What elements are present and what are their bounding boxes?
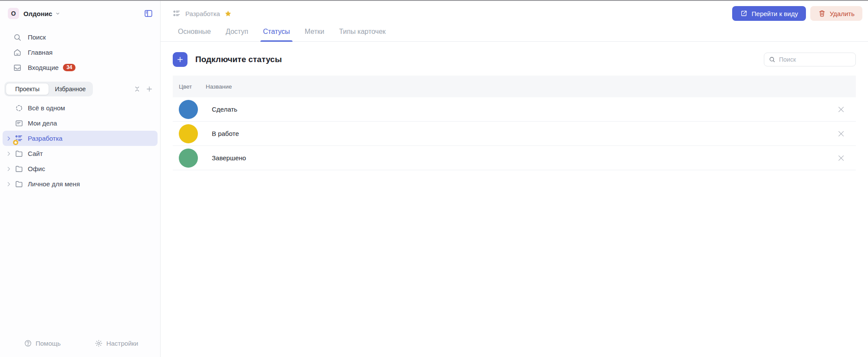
sidebar-item-search[interactable]: Поиск [0, 30, 160, 45]
sidebar-project-личное-для-меня[interactable]: Личное для меня [3, 176, 158, 192]
column-header-name: Название [206, 83, 232, 90]
remove-status-icon[interactable] [837, 154, 845, 162]
status-row: Сделать [173, 97, 856, 122]
delete-button[interactable]: Удалить [810, 6, 862, 21]
sidebar-item-inbox[interactable]: Входящие34 [0, 60, 160, 75]
chevron-right-icon[interactable] [5, 135, 12, 142]
sidebar-nav: ПоискГлавнаяВходящие34 [0, 30, 160, 75]
my-tasks-icon [15, 119, 23, 128]
search-icon [13, 33, 22, 42]
sidebar-item-label: Главная [28, 49, 53, 56]
home-icon [13, 48, 22, 57]
sidebar-item-home[interactable]: Главная [0, 45, 160, 60]
workspace-name[interactable]: Олдонис [23, 10, 52, 17]
project-label: Мои дела [28, 119, 57, 127]
status-row: В работе [173, 122, 856, 146]
project-label: Всё в одном [28, 104, 65, 112]
starred-badge-icon [13, 139, 19, 145]
table-body: СделатьВ работеЗавершено [173, 97, 856, 170]
project-label: Личное для меня [28, 180, 80, 188]
add-status-button[interactable] [173, 52, 187, 67]
folder-icon [15, 180, 23, 188]
inbox-icon [13, 63, 22, 72]
all-in-one-icon [15, 104, 23, 112]
tab-статусы[interactable]: Статусы [263, 28, 290, 41]
column-header-color: Цвет [179, 83, 206, 90]
tab-favorites[interactable]: Избранное [49, 83, 92, 95]
status-name: В работе [212, 130, 239, 137]
tab-projects[interactable]: Проекты [6, 83, 49, 95]
tab-типы-карточек[interactable]: Типы карточек [339, 28, 385, 41]
status-color-dot[interactable] [179, 124, 198, 143]
status-color-cell [179, 124, 206, 143]
favorite-star-icon[interactable] [224, 10, 232, 17]
chevron-down-icon[interactable] [55, 10, 61, 17]
unread-count-badge: 34 [63, 64, 76, 71]
status-name: Завершено [212, 154, 246, 162]
footer-label: Настройки [106, 340, 138, 347]
main-header: Разработка Перейти к виду Удалить [161, 1, 868, 21]
status-search [764, 53, 856, 66]
sidebar-item-label: Входящие [28, 64, 59, 71]
table-header: Цвет Название [173, 76, 856, 97]
chevron-right-icon[interactable] [5, 181, 12, 188]
footer-label: Помощь [36, 340, 61, 347]
goto-view-label: Перейти к виду [752, 10, 798, 17]
sidebar-project-мои-дела[interactable]: Мои дела [3, 116, 158, 131]
tab-метки[interactable]: Метки [305, 28, 324, 41]
project-list: Всё в одномМои делаРазработкаСайтОфисЛич… [0, 100, 160, 192]
settings-link[interactable]: Настройки [95, 339, 138, 347]
status-color-dot[interactable] [179, 100, 198, 119]
folder-icon [15, 165, 23, 173]
status-color-cell [179, 149, 206, 168]
add-project-icon[interactable] [145, 85, 153, 93]
project-label: Сайт [28, 150, 43, 157]
breadcrumb: Разработка [173, 10, 232, 18]
gear-icon [95, 339, 103, 347]
sidebar-project-сайт[interactable]: Сайт [3, 146, 158, 161]
chevron-placeholder [5, 120, 12, 127]
search-icon [769, 56, 776, 63]
delete-label: Удалить [830, 10, 855, 17]
folder-icon [15, 149, 23, 158]
statuses-content: Подключите статусы Цвет Название Сделать… [161, 42, 868, 170]
status-name: Сделать [212, 106, 237, 113]
status-color-cell [179, 100, 206, 119]
statuses-table: Цвет Название СделатьВ работеЗавершено [173, 76, 856, 170]
statuses-toolbar: Подключите статусы [173, 47, 856, 72]
remove-status-icon[interactable] [837, 129, 845, 138]
help-icon [24, 339, 32, 347]
chevron-right-icon[interactable] [5, 165, 12, 172]
remove-status-icon[interactable] [837, 105, 845, 114]
sidebar-project-всё-в-одном[interactable]: Всё в одном [3, 100, 158, 116]
collapse-all-icon[interactable] [133, 85, 141, 93]
main-area: Разработка Перейти к виду Удалить Основн… [161, 1, 868, 357]
settings-tabs: ОсновныеДоступСтатусыМеткиТипы карточек [161, 21, 868, 42]
sidebar-lists-header: Проекты Избранное [4, 82, 153, 96]
search-input[interactable] [779, 56, 851, 63]
chevron-placeholder [5, 105, 12, 112]
sidebar-project-разработка[interactable]: Разработка [3, 131, 158, 146]
help-link[interactable]: Помощь [24, 339, 61, 347]
sidebar: О Олдонис ПоискГлавнаяВходящие34 Проекты… [0, 1, 161, 357]
plus-icon [176, 56, 184, 63]
status-color-dot[interactable] [179, 149, 198, 168]
sidebar-item-label: Поиск [28, 33, 46, 41]
tab-доступ[interactable]: Доступ [226, 28, 248, 41]
trash-icon [818, 10, 826, 17]
workspace-avatar[interactable]: О [8, 8, 19, 19]
app-screen: О Олдонис ПоискГлавнаяВходящие34 Проекты… [0, 0, 868, 357]
sidebar-footer: ПомощьНастройки [0, 339, 160, 357]
page-title: Подключите статусы [195, 55, 282, 64]
external-link-icon [740, 10, 748, 17]
workspace-row: О Олдонис [0, 1, 160, 19]
project-label: Офис [28, 165, 45, 172]
project-list-icon [15, 134, 23, 143]
goto-view-button[interactable]: Перейти к виду [732, 6, 806, 21]
status-row: Завершено [173, 146, 856, 170]
breadcrumb-project-name[interactable]: Разработка [185, 10, 220, 17]
sidebar-project-офис[interactable]: Офис [3, 161, 158, 176]
tab-основные[interactable]: Основные [178, 28, 211, 41]
chevron-right-icon[interactable] [5, 150, 12, 157]
sidebar-toggle-icon[interactable] [144, 9, 153, 18]
